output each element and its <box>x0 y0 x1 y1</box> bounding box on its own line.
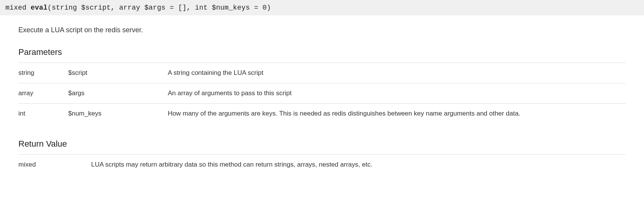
signature-params: (string $script, array $args = [], int $… <box>48 4 271 12</box>
param-desc: How many of the arguments are keys. This… <box>168 104 626 124</box>
param-name: $script <box>68 63 168 83</box>
signature-return-type: mixed <box>5 4 26 12</box>
return-type: mixed <box>18 155 91 175</box>
param-type: int <box>18 104 68 124</box>
return-value-heading: Return Value <box>18 139 626 149</box>
method-signature: mixed eval(string $script, array $args =… <box>0 0 644 15</box>
return-desc: LUA scripts may return arbitrary data so… <box>91 155 626 175</box>
param-name: $args <box>68 83 168 104</box>
parameters-heading: Parameters <box>18 47 626 57</box>
table-row: mixed LUA scripts may return arbitrary d… <box>18 155 626 175</box>
table-row: int $num_keys How many of the arguments … <box>18 104 626 124</box>
table-row: array $args An array of arguments to pas… <box>18 83 626 104</box>
table-row: string $script A string containing the L… <box>18 63 626 83</box>
method-description: Execute a LUA script on the redis server… <box>18 26 626 34</box>
param-type: array <box>18 83 68 104</box>
param-desc: An array of arguments to pass to this sc… <box>168 83 626 104</box>
parameters-table: string $script A string containing the L… <box>18 63 626 124</box>
return-value-table: mixed LUA scripts may return arbitrary d… <box>18 154 626 175</box>
param-name: $num_keys <box>68 104 168 124</box>
content-area: Execute a LUA script on the redis server… <box>0 15 644 175</box>
signature-method-name: eval <box>31 4 48 12</box>
param-type: string <box>18 63 68 83</box>
param-desc: A string containing the LUA script <box>168 63 626 83</box>
